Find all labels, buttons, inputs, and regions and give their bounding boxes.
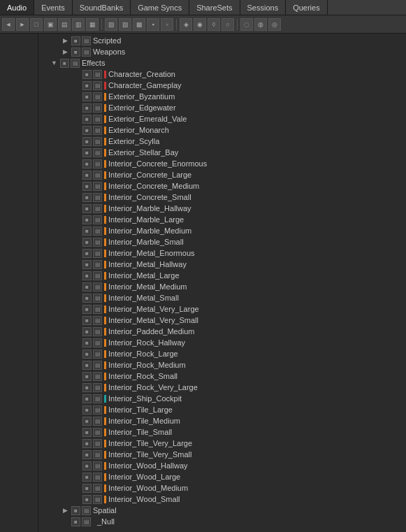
item-checkbox-icon[interactable]: ■ bbox=[82, 294, 92, 303]
tree-item-scripted[interactable]: ▶■▤Scripted bbox=[38, 35, 406, 46]
tree-item-weapons[interactable]: ▶■▤Weapons bbox=[38, 46, 406, 57]
toolbar-btn-3[interactable]: ▣ bbox=[44, 18, 57, 31]
item-checkbox-icon[interactable]: ■ bbox=[82, 394, 92, 403]
tree-item-interior_wood_large[interactable]: ■▤Interior_Wood_Large bbox=[38, 471, 406, 482]
expand-icon[interactable]: ▶ bbox=[61, 36, 70, 45]
item-checkbox-icon[interactable]: ■ bbox=[82, 249, 92, 258]
tree-item-character_creation[interactable]: ■▤Character_Creation bbox=[38, 69, 406, 80]
tree-item-interior_metal_large[interactable]: ■▤Interior_Metal_Large bbox=[38, 270, 406, 281]
item-checkbox-icon[interactable]: ■ bbox=[82, 450, 92, 459]
tree-item-interior_marble_hallway[interactable]: ■▤Interior_Marble_Hallway bbox=[38, 203, 406, 214]
toolbar-btn-12[interactable]: ▫ bbox=[161, 18, 173, 31]
tree-item-interior_rock_small[interactable]: ■▤Interior_Rock_Small bbox=[38, 371, 406, 382]
item-checkbox-icon[interactable]: ■ bbox=[82, 350, 92, 359]
tree-item-interior_metal_very_small[interactable]: ■▤Interior_Metal_Very_Small bbox=[38, 315, 406, 326]
tree-item-interior_wood_small[interactable]: ■▤Interior_Wood_Small bbox=[38, 494, 406, 505]
item-checkbox-icon[interactable]: ■ bbox=[82, 484, 92, 493]
item-checkbox-icon[interactable]: ■ bbox=[82, 372, 92, 381]
tree-item-interior_padded_medium[interactable]: ■▤Interior_Padded_Medium bbox=[38, 326, 406, 337]
toolbar-btn-8[interactable]: ▧ bbox=[105, 18, 117, 31]
item-checkbox-icon[interactable]: ■ bbox=[82, 137, 92, 146]
tree-item-interior_marble_medium[interactable]: ■▤Interior_Marble_Medium bbox=[38, 225, 406, 236]
tree-item-exterior_edgewater[interactable]: ■▤Exterior_Edgewater bbox=[38, 102, 406, 113]
toolbar-btn-20[interactable]: ◍ bbox=[254, 18, 267, 31]
item-checkbox-icon[interactable]: ■ bbox=[82, 495, 92, 504]
tree-item-character_gameplay[interactable]: ■▤Character_Gameplay bbox=[38, 80, 406, 91]
item-checkbox-icon[interactable]: ■ bbox=[82, 238, 92, 247]
item-checkbox-icon[interactable]: ■ bbox=[71, 48, 80, 57]
tree-item-interior_metal_very_large[interactable]: ■▤Interior_Metal_Very_Large bbox=[38, 303, 406, 315]
tree-item-exterior_scylla[interactable]: ■▤Exterior_Scylla bbox=[38, 136, 406, 147]
item-checkbox-icon[interactable]: ■ bbox=[82, 439, 92, 448]
tab-events[interactable]: Events bbox=[34, 0, 73, 15]
toolbar-btn-16[interactable]: ◊ bbox=[208, 18, 220, 31]
item-checkbox-icon[interactable]: ■ bbox=[82, 327, 92, 336]
tree-item-exterior_emerald_vale[interactable]: ■▤Exterior_Emerald_Vale bbox=[38, 113, 406, 124]
item-checkbox-icon[interactable]: ■ bbox=[82, 271, 92, 280]
item-checkbox-icon[interactable]: ■ bbox=[82, 193, 92, 202]
tree-item-interior_tile_small[interactable]: ■▤Interior_Tile_Small bbox=[38, 426, 406, 438]
item-checkbox-icon[interactable]: ■ bbox=[60, 59, 69, 68]
tree-item-interior_metal_small[interactable]: ■▤Interior_Metal_Small bbox=[38, 292, 406, 303]
toolbar-btn-10[interactable]: ▩ bbox=[133, 18, 145, 31]
tree-item-interior_rock_medium[interactable]: ■▤Interior_Rock_Medium bbox=[38, 359, 406, 371]
tree-item-interior_concrete_small[interactable]: ■▤Interior_Concrete_Small bbox=[38, 192, 406, 203]
toolbar-btn-0[interactable]: ◄ bbox=[2, 18, 15, 31]
item-checkbox-icon[interactable]: ■ bbox=[82, 92, 92, 101]
tab-sharesets[interactable]: ShareSets bbox=[189, 0, 240, 15]
tree-item-interior_concrete_enormous[interactable]: ■▤Interior_Concrete_Enormous bbox=[38, 158, 406, 169]
tree-item-interior_metal_hallway[interactable]: ■▤Interior_Metal_Hallway bbox=[38, 259, 406, 270]
toolbar-btn-19[interactable]: ◌ bbox=[240, 18, 253, 31]
toolbar-btn-2[interactable]: □ bbox=[30, 18, 43, 31]
tab-sessions[interactable]: Sessions bbox=[240, 0, 287, 15]
expand-icon[interactable]: ▶ bbox=[61, 48, 70, 57]
tree-item-interior_marble_small[interactable]: ■▤Interior_Marble_Small bbox=[38, 236, 406, 247]
tree-item-interior_wood_medium[interactable]: ■▤Interior_Wood_Medium bbox=[38, 482, 406, 494]
tab-queries[interactable]: Queries bbox=[286, 0, 328, 15]
tree-item-interior_tile_medium[interactable]: ■▤Interior_Tile_Medium bbox=[38, 415, 406, 426]
item-checkbox-icon[interactable]: ■ bbox=[82, 115, 92, 124]
tree-item-interior_rock_large[interactable]: ■▤Interior_Rock_Large bbox=[38, 348, 406, 359]
item-checkbox-icon[interactable]: ■ bbox=[82, 473, 92, 482]
item-checkbox-icon[interactable]: ■ bbox=[71, 506, 80, 515]
expand-icon[interactable]: ▶ bbox=[61, 506, 70, 515]
item-checkbox-icon[interactable]: ■ bbox=[82, 159, 92, 168]
tree-item-exterior_monarch[interactable]: ■▤Exterior_Monarch bbox=[38, 124, 406, 136]
tree-item-interior_marble_large[interactable]: ■▤Interior_Marble_Large bbox=[38, 214, 406, 225]
toolbar-btn-5[interactable]: ▥ bbox=[72, 18, 85, 31]
tree-item-interior_concrete_large[interactable]: ■▤Interior_Concrete_Large bbox=[38, 169, 406, 180]
tree-item-interior_ship_cockpit[interactable]: ■▤Interior_Ship_Cockpit bbox=[38, 393, 406, 404]
toolbar-btn-21[interactable]: ◎ bbox=[268, 18, 281, 31]
item-checkbox-icon[interactable]: ■ bbox=[82, 70, 92, 79]
tree-item-interior_tile_very_small[interactable]: ■▤Interior_Tile_Very_Small bbox=[38, 449, 406, 460]
tab-gamesyncs[interactable]: Game Syncs bbox=[131, 0, 189, 15]
tree-item-interior_rock_hallway[interactable]: ■▤Interior_Rock_Hallway bbox=[38, 337, 406, 348]
toolbar-btn-14[interactable]: ◈ bbox=[180, 18, 192, 31]
item-checkbox-icon[interactable]: ■ bbox=[82, 103, 92, 113]
tab-audio[interactable]: Audio bbox=[0, 0, 34, 15]
item-checkbox-icon[interactable]: ■ bbox=[82, 405, 92, 415]
tree-panel[interactable]: ▶■▤Scripted▶■▤Weapons▼■▤Effects■▤Charact… bbox=[38, 34, 406, 532]
item-checkbox-icon[interactable]: ■ bbox=[82, 282, 92, 292]
tree-item-interior_rock_very_large[interactable]: ■▤Interior_Rock_Very_Large bbox=[38, 382, 406, 393]
toolbar-btn-9[interactable]: ▨ bbox=[119, 18, 131, 31]
expand-icon[interactable]: ▼ bbox=[50, 59, 59, 68]
item-checkbox-icon[interactable]: ■ bbox=[82, 182, 92, 191]
tree-item-interior_tile_large[interactable]: ■▤Interior_Tile_Large bbox=[38, 404, 406, 415]
toolbar-btn-4[interactable]: ▤ bbox=[58, 18, 71, 31]
item-checkbox-icon[interactable]: ■ bbox=[71, 36, 80, 45]
tree-item-interior_metal_enormous[interactable]: ■▤Interior_Metal_Enormous bbox=[38, 247, 406, 259]
tree-item-interior_concrete_medium[interactable]: ■▤Interior_Concrete_Medium bbox=[38, 180, 406, 192]
tree-item-null[interactable]: ■▤_Null bbox=[38, 516, 406, 527]
item-checkbox-icon[interactable]: ■ bbox=[82, 204, 92, 213]
item-checkbox-icon[interactable]: ■ bbox=[82, 305, 92, 314]
item-checkbox-icon[interactable]: ■ bbox=[82, 417, 92, 426]
tree-item-interior_metal_medium[interactable]: ■▤Interior_Metal_Medium bbox=[38, 281, 406, 292]
item-checkbox-icon[interactable]: ■ bbox=[71, 517, 80, 526]
item-checkbox-icon[interactable]: ■ bbox=[82, 383, 92, 392]
tree-item-interior_wood_hallway[interactable]: ■▤Interior_Wood_Hallway bbox=[38, 460, 406, 471]
item-checkbox-icon[interactable]: ■ bbox=[82, 260, 92, 269]
toolbar-btn-6[interactable]: ▦ bbox=[86, 18, 99, 31]
toolbar-btn-15[interactable]: ◉ bbox=[194, 18, 206, 31]
toolbar-btn-17[interactable]: ○ bbox=[222, 18, 234, 31]
